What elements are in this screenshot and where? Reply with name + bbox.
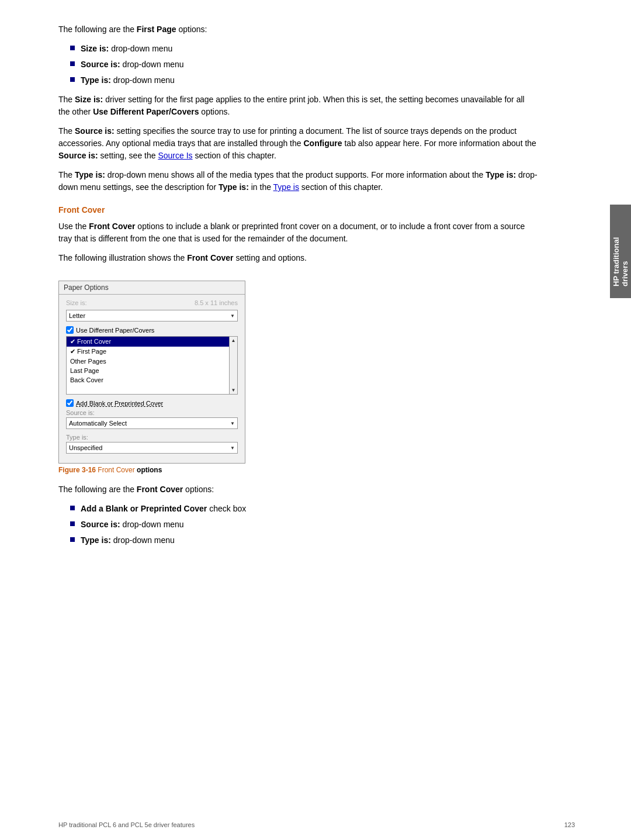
para3: The Type is: drop-down menu shows all of… [58,169,538,193]
bullet-icon [70,537,75,542]
scroll-up-icon[interactable]: ▲ [230,337,237,344]
source-dropdown-arrow-icon: ▼ [230,421,235,426]
dialog-size-info: Size is: 8.5 x 11 inches [66,299,238,306]
front-cover-bold3: Front Cover [137,485,183,494]
dropdown-arrow-icon: ▼ [230,313,235,319]
front-cover-bold2: Front Cover [187,253,233,262]
para2: The Source is: setting specifies the sou… [58,125,538,162]
figure-container: Paper Options Size is: 8.5 x 11 inches L… [58,281,245,474]
figure-caption: Figure 3-16 Front Cover options [58,466,245,474]
bullet-icon [70,61,75,66]
dialog-title: Paper Options [64,284,109,292]
bullet-icon [70,506,75,510]
source-is-bold: Source is: [75,126,115,136]
intro-paragraph: The following are the First Page options… [58,23,538,36]
front-cover-heading: Front Cover [58,205,538,215]
footer-left: HP traditional PCL 6 and PCL 5e driver f… [58,821,195,828]
type-is-bold: Type is: [75,170,105,179]
illustration-intro: The following illustration shows the Fro… [58,252,538,264]
list-item-last-page[interactable]: Last Page [67,366,229,375]
letter-dropdown[interactable]: Letter ▼ [66,310,238,322]
dialog-body: Size is: 8.5 x 11 inches Letter ▼ Use Di… [59,295,245,463]
type-is-label: Type is: [66,434,238,441]
list-item-text: Source is: drop-down menu [81,58,184,71]
bullet-icon [70,46,75,50]
list-item-text: Type is: drop-down menu [81,74,175,87]
list-item: Type is: drop-down menu [70,74,538,87]
front-cover-para: Use the Front Cover options to include a… [58,220,538,245]
front-cover-options-list: Add a Blank or Preprinted Cover check bo… [70,503,538,547]
cover-options-listbox[interactable]: ✔ Front Cover ✔ First Page Other Pages L… [66,336,238,395]
add-blank-bold: Add a Blank or Preprinted Cover [81,504,207,513]
use-different-bold: Use Different Paper/Covers [93,107,199,116]
list-item-text: Type is: drop-down menu [81,534,175,547]
configure-bold: Configure [303,139,342,148]
list-item-front-cover[interactable]: ✔ Front Cover [67,337,229,347]
bullet-icon [70,521,75,526]
list-item-text: Source is: drop-down menu [81,518,184,531]
type-dropdown-arrow-icon: ▼ [230,445,235,451]
list-item-text: Add a Blank or Preprinted Cover check bo… [81,503,246,515]
type-is-link[interactable]: Type is [273,182,299,192]
add-blank-checkbox[interactable] [66,399,74,407]
type-is-label: Type is: [81,75,111,85]
size-label: Size is: [66,299,86,306]
type-dropdown[interactable]: Unspecified ▼ [66,442,238,454]
list-item: Source is: drop-down menu [70,58,538,71]
figure-caption-end: options [135,466,162,474]
dialog-box: Paper Options Size is: 8.5 x 11 inches L… [58,281,245,464]
size-is-label: Size is: [81,44,109,53]
scroll-down-icon[interactable]: ▼ [230,386,237,394]
add-blank-checkbox-row: Add Blank or Preprinted Cover [66,399,238,407]
type-is-bold2: Type is: [486,170,516,179]
source-is-label: Source is: [66,409,238,416]
list-item-other-pages[interactable]: Other Pages [67,357,229,366]
source-dropdown-value: Automatically Select [69,420,127,427]
bullet-icon [70,77,75,82]
following-para: The following are the Front Cover option… [58,483,538,496]
use-different-checkbox[interactable] [66,326,74,334]
list-item: Size is: drop-down menu [70,43,538,55]
list-item-first-page[interactable]: ✔ First Page [67,347,229,357]
source-is-label: Source is: [81,60,120,69]
source-dropdown[interactable]: Automatically Select ▼ [66,417,238,429]
figure-number: Figure 3-16 Front Cover [58,466,135,474]
type-is-bold3: Type is: [219,182,249,192]
type-is-section: Type is: Unspecified ▼ [66,434,238,454]
add-blank-label: Add Blank or Preprinted Cover [76,400,163,407]
size-is-bold: Size is: [75,95,103,104]
dialog-title-bar: Paper Options [59,281,245,295]
list-item: Source is: drop-down menu [70,518,538,531]
type-dropdown-value: Unspecified [69,444,102,451]
type-is-bold4: Type is: [81,535,111,545]
intro-end: options: [176,25,207,34]
para1: The Size is: driver setting for the firs… [58,94,538,118]
list-item: Add a Blank or Preprinted Cover check bo… [70,503,538,515]
main-content: The following are the First Page options… [0,0,573,840]
use-different-checkbox-row: Use Different Paper/Covers [66,326,238,334]
list-item: Type is: drop-down menu [70,534,538,547]
side-tab: HP traditional drivers [610,205,631,298]
footer: HP traditional PCL 6 and PCL 5e driver f… [0,821,610,828]
list-item-back-cover[interactable]: Back Cover [67,375,229,385]
use-different-label: Use Different Paper/Covers [76,327,154,334]
first-page-options-list: Size is: drop-down menu Source is: drop-… [70,43,538,87]
size-value: 8.5 x 11 inches [195,299,238,306]
source-is-section: Source is: Automatically Select ▼ [66,409,238,429]
footer-right: 123 [564,821,575,828]
source-is-link[interactable]: Source Is [158,151,192,160]
letter-dropdown-value: Letter [69,312,85,319]
intro-text: The following are the [58,25,137,34]
front-cover-bold: Front Cover [89,222,135,231]
source-is-bold3: Source is: [81,520,120,529]
list-item-text: Size is: drop-down menu [81,43,172,55]
source-is-bold2: Source is: [58,151,98,160]
intro-bold: First Page [137,25,176,34]
list-scrollbar[interactable]: ▲ ▼ [229,337,237,394]
